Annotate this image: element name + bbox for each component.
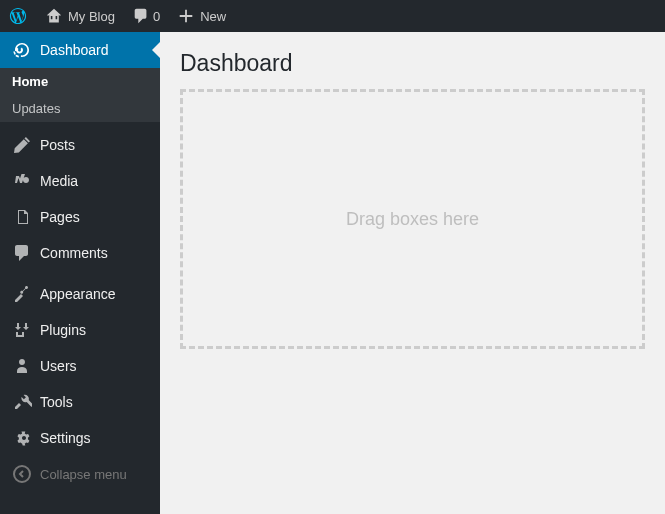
comments-link[interactable]: 0 bbox=[123, 0, 168, 32]
users-icon bbox=[12, 356, 32, 376]
submenu-item-updates[interactable]: Updates bbox=[0, 95, 160, 122]
sidebar-item-posts[interactable]: Posts bbox=[0, 127, 160, 163]
comments-icon bbox=[12, 243, 32, 263]
new-content-link[interactable]: New bbox=[168, 0, 234, 32]
appearance-icon bbox=[12, 284, 32, 304]
collapse-label: Collapse menu bbox=[40, 467, 127, 482]
sidebar-item-label: Users bbox=[40, 358, 77, 374]
dashboard-icon bbox=[12, 40, 32, 60]
new-label: New bbox=[200, 9, 226, 24]
collapse-menu-button[interactable]: Collapse menu bbox=[0, 456, 160, 492]
submenu-label: Updates bbox=[12, 101, 60, 116]
main-content: Dashboard Drag boxes here bbox=[160, 32, 665, 514]
wp-logo[interactable] bbox=[0, 0, 36, 32]
plus-icon bbox=[176, 6, 196, 26]
sidebar-item-appearance[interactable]: Appearance bbox=[0, 276, 160, 312]
sidebar-item-users[interactable]: Users bbox=[0, 348, 160, 384]
sidebar-item-settings[interactable]: Settings bbox=[0, 420, 160, 456]
sidebar-item-label: Appearance bbox=[40, 286, 116, 302]
sidebar-item-plugins[interactable]: Plugins bbox=[0, 312, 160, 348]
plugins-icon bbox=[12, 320, 32, 340]
svg-point-0 bbox=[14, 466, 30, 482]
page-title: Dashboard bbox=[180, 32, 645, 89]
site-name-link[interactable]: My Blog bbox=[36, 0, 123, 32]
home-icon bbox=[44, 6, 64, 26]
sidebar-item-media[interactable]: Media bbox=[0, 163, 160, 199]
submenu-item-home[interactable]: Home bbox=[0, 68, 160, 95]
admin-sidebar: Dashboard Home Updates Posts Media Pages… bbox=[0, 32, 160, 514]
admin-toolbar: My Blog 0 New bbox=[0, 0, 665, 32]
site-name-label: My Blog bbox=[68, 9, 115, 24]
settings-icon bbox=[12, 428, 32, 448]
media-icon bbox=[12, 171, 32, 191]
sidebar-item-label: Comments bbox=[40, 245, 108, 261]
sidebar-item-label: Pages bbox=[40, 209, 80, 225]
wordpress-icon bbox=[8, 6, 28, 26]
sidebar-item-label: Dashboard bbox=[40, 42, 109, 58]
sidebar-item-label: Settings bbox=[40, 430, 91, 446]
comment-icon bbox=[131, 6, 151, 26]
sidebar-item-tools[interactable]: Tools bbox=[0, 384, 160, 420]
collapse-icon bbox=[12, 464, 32, 484]
sidebar-item-dashboard[interactable]: Dashboard bbox=[0, 32, 160, 68]
sidebar-item-comments[interactable]: Comments bbox=[0, 235, 160, 271]
sidebar-item-label: Tools bbox=[40, 394, 73, 410]
dropzone-text: Drag boxes here bbox=[346, 209, 479, 230]
widget-dropzone[interactable]: Drag boxes here bbox=[180, 89, 645, 349]
posts-icon bbox=[12, 135, 32, 155]
sidebar-item-pages[interactable]: Pages bbox=[0, 199, 160, 235]
tools-icon bbox=[12, 392, 32, 412]
comments-count: 0 bbox=[153, 9, 160, 24]
sidebar-item-label: Media bbox=[40, 173, 78, 189]
sidebar-item-label: Plugins bbox=[40, 322, 86, 338]
sidebar-item-label: Posts bbox=[40, 137, 75, 153]
pages-icon bbox=[12, 207, 32, 227]
submenu-label: Home bbox=[12, 74, 48, 89]
